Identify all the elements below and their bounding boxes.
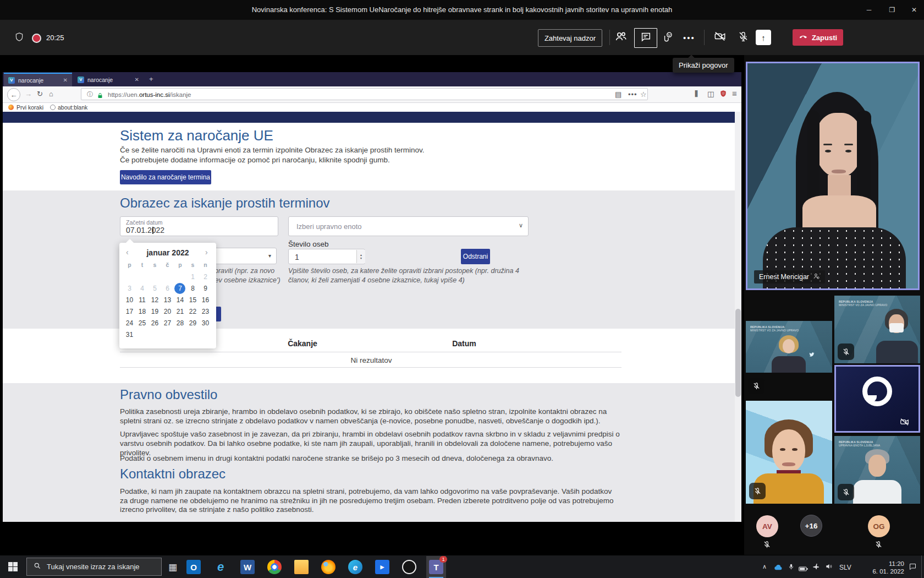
video-tile-obs[interactable] <box>834 365 920 433</box>
language-indicator[interactable]: SLV <box>839 564 851 571</box>
share-screen-button[interactable]: ↑ <box>756 30 771 45</box>
browser-tab[interactable]: V narocanje ✕ <box>73 73 144 86</box>
video-tile-ministry-man[interactable]: REPUBLIKA SLOVENIJAMINISTRST VO ZA JAVNO… <box>834 296 920 363</box>
calendar-day[interactable]: 3 <box>123 283 136 295</box>
taskbar-app-file-explorer[interactable] <box>292 556 311 578</box>
calendar-day[interactable]: 19 <box>148 306 161 318</box>
calendar-day[interactable]: 21 <box>174 306 186 318</box>
video-tile-rtv-woman[interactable] <box>746 401 832 504</box>
back-button[interactable]: ← <box>7 88 20 101</box>
avatar[interactable]: AV <box>756 515 778 537</box>
calendar-day[interactable]: 8 <box>186 283 199 295</box>
calendar-day[interactable]: 29 <box>186 318 199 329</box>
taskbar-app-obs[interactable] <box>399 556 419 578</box>
calendar-day-selected[interactable]: 7 <box>174 283 186 295</box>
spinner-icon[interactable]: ▲▼ <box>356 250 365 263</box>
calendar-day[interactable]: 25 <box>136 318 148 329</box>
tab-close-icon[interactable]: ✕ <box>63 77 68 83</box>
calendar-day[interactable]: 1 <box>186 271 199 283</box>
calendar-day[interactable]: 18 <box>136 306 148 318</box>
overflow-count-badge[interactable]: +16 <box>800 515 822 537</box>
calendar-day[interactable]: 31 <box>123 329 136 341</box>
more-options-button[interactable]: ••• <box>680 29 698 46</box>
page-actions-icon[interactable]: ••• <box>628 90 637 99</box>
reload-button[interactable]: ↻ <box>37 90 43 98</box>
mic-toggle-button[interactable] <box>734 29 752 46</box>
speaker-icon[interactable] <box>825 563 833 572</box>
calendar-day[interactable]: 10 <box>123 295 136 306</box>
avatar[interactable]: OG <box>868 515 890 537</box>
calendar-day[interactable]: 17 <box>123 306 136 318</box>
reactions-button[interactable] <box>659 29 678 46</box>
calendar-day[interactable]: 15 <box>186 295 199 306</box>
remove-button[interactable]: Odstrani <box>461 249 490 264</box>
start-date-field[interactable]: Začetni datum 07.01.2022 <box>120 216 278 236</box>
calendar-day[interactable]: 23 <box>199 306 212 318</box>
unit-select[interactable]: Izberi upravno enoto ∨ <box>288 216 529 236</box>
taskbar-app-internet-explorer[interactable]: e <box>211 556 230 578</box>
calendar-day[interactable]: 2 <box>199 271 212 283</box>
taskbar-app-firefox[interactable] <box>318 556 338 578</box>
restore-button[interactable]: ❐ <box>881 0 903 20</box>
url-bar[interactable]: ⓘ https://uen.ortus-inc.si/iskanje ▤ •••… <box>81 88 648 100</box>
camera-toggle-button[interactable] <box>711 29 729 46</box>
calendar-day[interactable]: 27 <box>161 318 174 329</box>
taskbar-app-movies[interactable]: ▶ <box>372 556 392 578</box>
main-video-tile[interactable]: Ernest Mencigar <box>746 62 920 290</box>
bookmark-item[interactable]: about:blank <box>58 104 87 111</box>
scrollbar-thumb[interactable] <box>735 309 741 397</box>
microphone-icon[interactable] <box>788 563 795 572</box>
chat-button[interactable] <box>634 28 657 48</box>
forward-button[interactable]: → <box>25 90 32 98</box>
calendar-day[interactable]: 14 <box>174 295 186 306</box>
desktop-search-box[interactable]: Tukaj vnesite izraz za iskanje <box>26 558 162 576</box>
minimize-button[interactable]: ─ <box>858 0 880 20</box>
chevron-up-icon[interactable]: ∧ <box>762 563 767 570</box>
info-icon[interactable]: ⓘ <box>87 90 93 99</box>
calendar-day[interactable]: 26 <box>148 318 161 329</box>
reader-view-icon[interactable]: ▤ <box>615 90 622 99</box>
calendar-day[interactable]: 30 <box>199 318 212 329</box>
battery-icon[interactable] <box>799 564 808 574</box>
airplane-icon[interactable] <box>812 563 820 572</box>
calendar-day[interactable]: 24 <box>123 318 136 329</box>
calendar-day[interactable]: 6 <box>161 283 174 295</box>
task-view-icon[interactable]: ▦ <box>168 561 177 573</box>
instructions-button[interactable]: Navodilo za naročanje termina <box>120 170 211 184</box>
close-button[interactable]: ✕ <box>904 0 924 20</box>
calendar-day[interactable]: 13 <box>161 295 174 306</box>
home-button[interactable]: ⌂ <box>49 90 53 98</box>
page-scrollbar[interactable] <box>735 112 741 522</box>
calendar-next-icon[interactable]: › <box>205 248 208 257</box>
taskbar-app-teams[interactable]: T1 <box>426 556 446 578</box>
calendar-day[interactable]: 22 <box>186 306 199 318</box>
show-desktop-divider[interactable] <box>921 555 922 578</box>
participants-button[interactable] <box>612 29 630 46</box>
action-center-icon[interactable] <box>909 563 917 573</box>
menu-icon[interactable]: ≡ <box>732 89 737 98</box>
library-icon[interactable]: ⫼ <box>695 90 698 99</box>
taskbar-app-outlook[interactable]: O <box>184 556 204 578</box>
taskbar-app-chrome[interactable] <box>265 556 284 578</box>
sidebar-toggle-icon[interactable]: ◫ <box>707 90 714 98</box>
calendar-day[interactable]: 5 <box>148 283 161 295</box>
video-tile-ue-man[interactable]: REPUBLIKA SLOVENIJAUPRAVNA ENOTA LJUBLJA… <box>834 436 920 504</box>
calendar-day[interactable]: 4 <box>136 283 148 295</box>
taskbar-app-edge[interactable]: e <box>345 556 365 578</box>
bookmark-item[interactable]: Prvi koraki <box>16 104 43 111</box>
new-tab-button[interactable]: + <box>149 75 153 83</box>
calendar-day[interactable]: 12 <box>148 295 161 306</box>
tab-close-icon[interactable]: ✕ <box>135 77 139 83</box>
browser-tab-active[interactable]: V narocanje ✕ <box>4 73 72 86</box>
desktop-clock[interactable]: 11:206. 01. 2022 <box>856 560 904 576</box>
calendar-day[interactable]: 11 <box>136 295 148 306</box>
calendar-day[interactable]: 16 <box>199 295 212 306</box>
start-button[interactable] <box>8 562 18 571</box>
request-control-button[interactable]: Zahtevaj nadzor <box>538 29 602 47</box>
calendar-day[interactable]: 20 <box>161 306 174 318</box>
adblock-shield-icon[interactable] <box>719 90 727 100</box>
calendar-day[interactable]: 28 <box>174 318 186 329</box>
bookmark-star-icon[interactable]: ☆ <box>640 90 647 99</box>
onedrive-cloud-icon[interactable] <box>773 563 783 573</box>
calendar-day[interactable]: 9 <box>199 283 212 295</box>
